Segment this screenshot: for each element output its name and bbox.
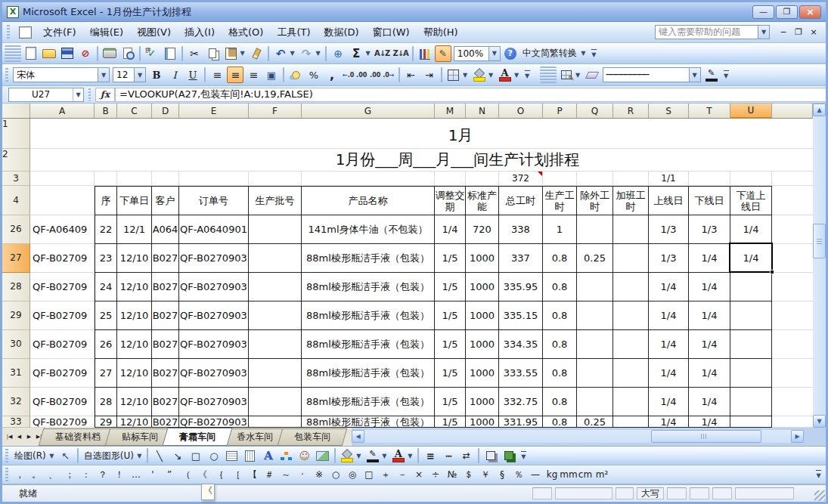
increase-indent-icon[interactable]: ⇥ — [421, 66, 438, 83]
cell[interactable]: 1/4 — [689, 416, 730, 428]
symbol-button[interactable]: ； — [61, 468, 78, 482]
select-objects-icon[interactable]: ↖ — [57, 447, 74, 464]
column-header-B[interactable]: B — [95, 104, 117, 119]
cell[interactable]: 29 — [95, 416, 117, 428]
symbol-button[interactable]: － — [394, 468, 411, 482]
cell[interactable]: 客户 — [152, 186, 179, 215]
borders-icon[interactable] — [445, 66, 462, 83]
cell[interactable]: QF-B0270903 — [179, 388, 249, 416]
cell[interactable]: QF-B0270903 — [179, 301, 249, 330]
cell[interactable]: 调整交期 — [435, 186, 466, 215]
open-folder-icon[interactable] — [41, 45, 57, 62]
row-header-1[interactable]: 1 — [2, 119, 30, 149]
cell[interactable]: 12/10 — [117, 301, 152, 330]
symbol-button[interactable]: 《 — [194, 468, 211, 482]
cell[interactable]: 1/5 — [435, 244, 466, 273]
cell[interactable]: 1000 — [466, 359, 499, 388]
row-header-3[interactable]: 3 — [2, 172, 30, 186]
column-header-D[interactable]: D — [152, 104, 179, 119]
toolbar-options-icon[interactable]: ▼ — [814, 465, 823, 484]
align-left-icon[interactable]: ≡ — [209, 66, 225, 83]
arrow-style-icon[interactable]: ⇄ — [458, 447, 475, 464]
cut-icon[interactable]: ✂ — [186, 45, 203, 62]
cell[interactable]: 12/10 — [117, 244, 152, 273]
menu-data[interactable]: 数据(D) — [318, 23, 366, 42]
cell[interactable]: 88ml棱形瓶洁手液（包装） — [302, 416, 435, 428]
cell[interactable] — [302, 172, 435, 186]
scroll-up-icon[interactable]: ▲ — [813, 104, 826, 116]
format-painter-icon[interactable] — [248, 45, 265, 62]
cell[interactable]: 1000 — [466, 330, 499, 359]
border-line-style-combo[interactable]: ───────── ▼ — [603, 67, 701, 82]
cell[interactable]: 0.8 — [543, 359, 577, 388]
undo-dropdown-arrow[interactable]: ▼ — [288, 45, 296, 62]
symbol-button[interactable]: ” — [161, 468, 178, 482]
close-button[interactable]: × — [799, 5, 821, 19]
resize-grip[interactable] — [814, 490, 825, 501]
cell[interactable]: 0.8 — [543, 301, 577, 330]
erase-border-icon[interactable] — [584, 66, 600, 83]
row-header[interactable]: 30 — [2, 330, 30, 359]
cell[interactable]: 1/4 — [649, 273, 689, 301]
cell[interactable]: 12/1 — [117, 215, 152, 244]
cell[interactable]: 1/5 — [435, 273, 466, 301]
cell[interactable]: 88ml棱形瓶洁手液（包装） — [302, 388, 435, 416]
menu-insert[interactable]: 插入(I) — [178, 23, 222, 42]
fill-color-dropdown-arrow[interactable]: ▼ — [487, 66, 495, 83]
row-header[interactable]: 32 — [2, 388, 30, 416]
fill-color-dropdown-arrow[interactable]: ▼ — [355, 447, 363, 464]
diagram-icon[interactable] — [278, 447, 295, 464]
cell[interactable]: 88ml棱形瓶洁手液（包装） — [302, 244, 435, 273]
italic-icon[interactable]: I — [166, 66, 183, 83]
cell[interactable]: 1/4 — [689, 388, 730, 416]
cell[interactable]: 1/5 — [435, 416, 466, 428]
cell[interactable]: QF-B02709 — [30, 273, 95, 301]
cell[interactable]: QF-B0270903 — [179, 330, 249, 359]
symbol-button[interactable]: № — [444, 468, 461, 482]
cell[interactable]: 720 — [466, 215, 499, 244]
cell[interactable] — [249, 330, 302, 359]
cell[interactable] — [613, 359, 649, 388]
sheet-tab-xiangshui-chejian[interactable]: 香水车间 — [226, 428, 284, 446]
cell[interactable]: 0.25 — [577, 416, 613, 428]
line-style-icon[interactable]: ≡ — [422, 447, 439, 464]
draw-border-dropdown-arrow[interactable]: ▼ — [574, 66, 582, 83]
vertical-scrollbar[interactable]: ▲ ▼ — [813, 104, 826, 428]
cell[interactable] — [179, 172, 249, 186]
symbol-button[interactable]: ～ — [278, 468, 294, 482]
cell[interactable]: QF-B02709 — [30, 301, 95, 330]
next-sheet-button[interactable]: ▶ — [24, 431, 34, 444]
cell[interactable]: 23 — [95, 244, 117, 273]
cell[interactable]: 生产批号 — [249, 186, 302, 215]
symbol-button[interactable]: ， — [11, 468, 28, 482]
row-header-2[interactable]: 2 — [2, 149, 30, 172]
cell[interactable]: 1/4 — [689, 359, 730, 388]
clip-art-icon[interactable]: ☺ — [296, 447, 313, 464]
line-icon[interactable]: ╲ — [151, 447, 168, 464]
cell[interactable]: 88ml棱形瓶洁手液（包装） — [302, 330, 435, 359]
column-header-P[interactable]: P — [543, 104, 577, 119]
cell[interactable]: 1/5 — [435, 388, 466, 416]
align-center-icon[interactable]: ≡ — [227, 66, 243, 83]
symbol-button[interactable]: ｛ — [211, 468, 228, 482]
symbol-button[interactable]: ＄ — [461, 468, 477, 482]
symbol-button[interactable]: ◎ — [344, 468, 361, 482]
chevron-down-icon[interactable]: ▼ — [73, 88, 83, 101]
cell[interactable]: 产品名称 — [302, 186, 435, 215]
cell[interactable]: 除外工时 — [577, 186, 613, 215]
symbol-button[interactable]: ￥ — [477, 468, 494, 482]
cell[interactable] — [730, 301, 772, 330]
scroll-down-icon[interactable]: ▼ — [813, 415, 826, 428]
borders-dropdown-arrow[interactable]: ▼ — [461, 66, 470, 83]
cell[interactable] — [249, 301, 302, 330]
cell[interactable]: QF-B02709 — [30, 244, 95, 273]
cell[interactable] — [30, 172, 95, 186]
cell[interactable]: 1/4 — [649, 330, 689, 359]
row-header[interactable]: 29 — [2, 301, 30, 330]
cell[interactable]: QF-B0270903 — [179, 244, 249, 273]
chinese-conversion-dropdown-arrow[interactable]: ▼ — [579, 45, 588, 62]
shadow-style-icon[interactable] — [482, 447, 499, 464]
cell[interactable]: B027 — [152, 359, 179, 388]
cell[interactable]: 1/4 — [649, 388, 689, 416]
cell[interactable] — [577, 359, 613, 388]
